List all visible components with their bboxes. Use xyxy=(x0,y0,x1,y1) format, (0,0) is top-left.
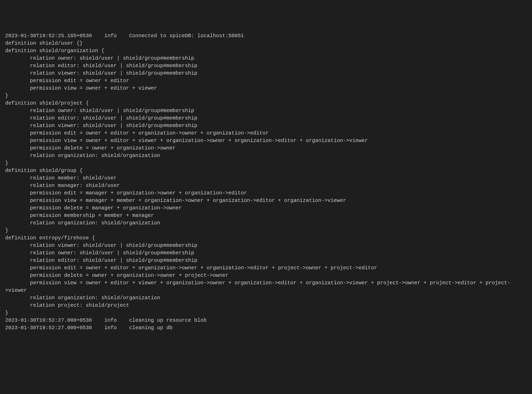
terminal-line: permission edit = owner + editor xyxy=(5,77,527,84)
terminal-line: relation organization: shield/organizati… xyxy=(5,152,527,159)
terminal-line: permission delete = owner + organization… xyxy=(5,144,527,152)
terminal-line: 2023-01-30T19:52:27.000+0530 info cleani… xyxy=(5,324,527,332)
terminal-line: permission view = manager + member + org… xyxy=(5,197,527,204)
terminal-line: definition shield/user {} xyxy=(5,40,527,47)
terminal-line: definition shield/group { xyxy=(5,167,527,174)
terminal-line: 2023-01-30T19:52:25.165+0530 info Connec… xyxy=(5,32,527,40)
terminal-line: relation organization: shield/organizati… xyxy=(5,219,527,227)
terminal-line: permission delete = owner + organization… xyxy=(5,272,527,279)
terminal-line: permission view = owner + editor + viewe… xyxy=(5,84,527,92)
terminal-line: } xyxy=(5,227,527,234)
terminal-line: relation editor: shield/user | shield/gr… xyxy=(5,257,527,264)
terminal-line: relation viewer: shield/user | shield/gr… xyxy=(5,122,527,129)
terminal-line: permission edit = owner + editor + organ… xyxy=(5,129,527,137)
terminal-line: relation viewer: shield/user | shield/gr… xyxy=(5,242,527,249)
terminal-line: relation manager: shield/user xyxy=(5,182,527,189)
terminal-line: } xyxy=(5,309,527,317)
terminal-line: relation viewer: shield/user | shield/gr… xyxy=(5,69,527,77)
terminal-line: permission view = owner + editor + viewe… xyxy=(5,279,527,294)
terminal-line: 2023-01-30T19:52:27.000+0530 info cleani… xyxy=(5,317,527,324)
terminal-line: permission view = owner + editor + viewe… xyxy=(5,137,527,144)
terminal-line: relation organization: shield/organizati… xyxy=(5,294,527,302)
terminal-line: permission edit = owner + editor + organ… xyxy=(5,264,527,272)
terminal-line: relation editor: shield/user | shield/gr… xyxy=(5,114,527,122)
terminal-output: 2023-01-30T19:52:25.165+0530 info Connec… xyxy=(5,32,527,332)
terminal-line: } xyxy=(5,92,527,99)
terminal-line: definition shield/project { xyxy=(5,99,527,107)
terminal-line: permission membership = member + manager xyxy=(5,212,527,219)
terminal-line: relation owner: shield/user | shield/gro… xyxy=(5,107,527,114)
terminal-line: definition entropy/firehose { xyxy=(5,234,527,242)
terminal-line: } xyxy=(5,159,527,167)
terminal-line: relation editor: shield/user | shield/gr… xyxy=(5,62,527,69)
terminal-line: relation owner: shield/user | shield/gro… xyxy=(5,54,527,62)
terminal-line: permission edit = manager + organization… xyxy=(5,189,527,197)
terminal-line: relation project: shield/project xyxy=(5,302,527,309)
terminal-line: relation owner: shield/user | shield/gro… xyxy=(5,249,527,257)
terminal-line: relation member: shield/user xyxy=(5,174,527,182)
terminal-line: permission delete = manager + organizati… xyxy=(5,204,527,212)
terminal-line: definition shield/organization { xyxy=(5,47,527,54)
